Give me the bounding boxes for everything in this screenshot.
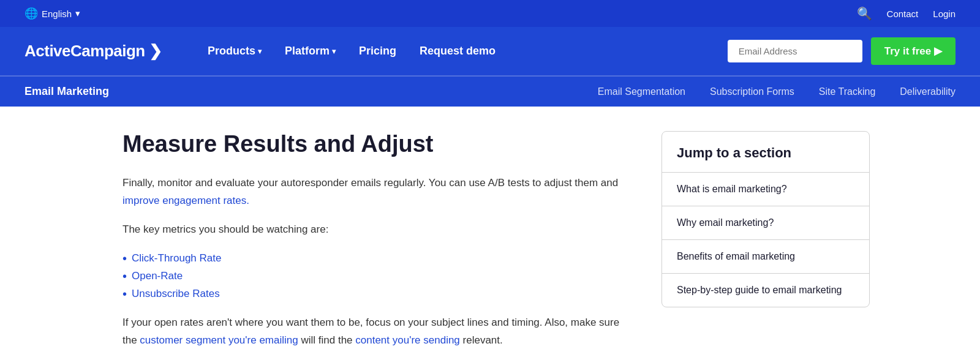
subnav-email-segmentation[interactable]: Email Segmentation [598, 86, 685, 97]
nav-bar: ActiveCampaign ❯ Products ▾ Platform ▾ P… [0, 27, 980, 76]
jump-box-title: Jump to a section [677, 145, 854, 161]
highlight-content: content you're sending [355, 334, 460, 346]
sub-nav-links: Email Segmentation Subscription Forms Si… [598, 86, 956, 97]
search-icon[interactable]: 🔍 [857, 6, 872, 21]
language-chevron: ▾ [75, 8, 80, 19]
try-it-free-button[interactable]: Try it free ▶ [871, 37, 956, 65]
top-bar: 🌐 English ▾ 🔍 Contact Login [0, 0, 980, 27]
nav-right: Try it free ▶ [728, 37, 956, 65]
nav-pricing[interactable]: Pricing [350, 40, 405, 62]
nav-products[interactable]: Products ▾ [199, 40, 270, 62]
bullet-unsubscribe: Unsubscribe Rates [123, 285, 625, 303]
nav-links: Products ▾ Platform ▾ Pricing Request de… [199, 40, 728, 62]
subnav-subscription-forms[interactable]: Subscription Forms [710, 86, 794, 97]
contact-link[interactable]: Contact [887, 9, 919, 19]
article-heading: Measure Results and Adjust [123, 131, 625, 157]
language-label: English [42, 9, 72, 19]
bullet-click-through: Click-Through Rate [123, 250, 625, 268]
platform-chevron: ▾ [332, 47, 336, 56]
jump-item-guide[interactable]: Step-by-step guide to email marketing [662, 274, 869, 307]
jump-box-header: Jump to a section [662, 132, 869, 173]
subnav-deliverability[interactable]: Deliverability [900, 86, 956, 97]
language-selector[interactable]: 🌐 English ▾ [24, 7, 80, 20]
bullet-open-rate: Open-Rate [123, 268, 625, 285]
article-para2: The key metrics you should be watching a… [123, 221, 625, 239]
jump-item-what[interactable]: What is email marketing? [662, 173, 869, 206]
nav-request-demo[interactable]: Request demo [411, 40, 504, 62]
logo[interactable]: ActiveCampaign ❯ [24, 42, 162, 61]
sub-nav: Email Marketing Email Segmentation Subsc… [0, 76, 980, 107]
article-para1: Finally, monitor and evaluate your autor… [123, 174, 625, 210]
nav-pricing-label: Pricing [359, 45, 396, 58]
top-bar-right: 🔍 Contact Login [857, 6, 956, 21]
jump-box: Jump to a section What is email marketin… [662, 131, 870, 307]
highlight-engagement: improve engagement rates. [123, 195, 249, 206]
jump-item-benefits[interactable]: Benefits of email marketing [662, 240, 869, 274]
subnav-site-tracking[interactable]: Site Tracking [819, 86, 875, 97]
products-chevron: ▾ [258, 47, 262, 56]
bullet-list: Click-Through Rate Open-Rate Unsubscribe… [123, 250, 625, 303]
nav-platform[interactable]: Platform ▾ [276, 40, 344, 62]
subnav-title: Email Marketing [24, 85, 109, 98]
article-section: Measure Results and Adjust Finally, moni… [123, 131, 625, 349]
jump-sidebar: Jump to a section What is email marketin… [662, 131, 870, 349]
nav-platform-label: Platform [285, 45, 330, 58]
jump-item-why[interactable]: Why email marketing? [662, 206, 869, 240]
email-input[interactable] [728, 40, 862, 62]
article-para3: If your open rates aren't where you want… [123, 314, 625, 349]
globe-icon: 🌐 [24, 7, 38, 20]
login-link[interactable]: Login [933, 9, 956, 19]
nav-request-demo-label: Request demo [420, 45, 496, 58]
main-content: Measure Results and Adjust Finally, moni… [0, 107, 980, 349]
highlight-segment: customer segment you're emailing [140, 334, 298, 346]
nav-products-label: Products [208, 45, 255, 58]
